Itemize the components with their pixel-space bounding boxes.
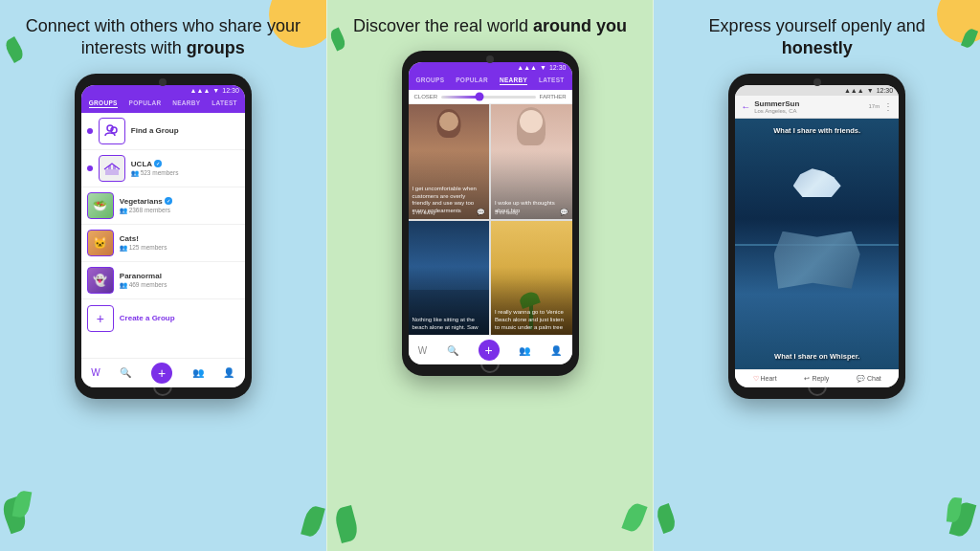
reply-label: Reply	[812, 375, 829, 382]
iceberg-top	[793, 168, 841, 197]
heart-label: Heart	[761, 375, 777, 382]
panel-groups: Connect with others who share your inter…	[0, 0, 326, 551]
card-overlay: I really wanna go to Venice Beach alone …	[491, 221, 572, 336]
nav-search-icon[interactable]: 🔍	[447, 345, 458, 356]
nav-whisper-icon[interactable]: W	[418, 345, 427, 356]
status-time: 12:30	[877, 87, 894, 94]
nearby-grid: I get uncomfortable when customers are o…	[409, 104, 572, 335]
nav-profile-icon[interactable]: 👤	[550, 345, 562, 356]
group-name-ucla: UCLA ✓	[131, 160, 239, 168]
group-members-cats: 👥 125 members	[120, 244, 239, 252]
phone-camera	[813, 78, 821, 86]
svg-rect-2	[105, 169, 119, 175]
group-icon-paranormal: 👻	[87, 267, 114, 294]
group-name-vegetarians: Vegetarians ✓	[120, 197, 239, 206]
heart-action[interactable]: ♡ Heart	[753, 375, 777, 383]
nearby-card-1[interactable]: I get uncomfortable when customers are o…	[409, 104, 490, 219]
active-dot	[87, 165, 93, 171]
status-time: 12:30	[549, 64, 567, 71]
chat-user-info: SummerSun Los Angeles, CA	[754, 99, 864, 114]
tab-nearby[interactable]: NEARBY	[172, 99, 200, 108]
nav-groups-icon[interactable]: 👥	[192, 367, 204, 378]
phone-camera	[486, 55, 494, 63]
group-icon-ucla	[99, 155, 125, 182]
nav-add-button[interactable]: +	[151, 363, 172, 384]
group-info-vegetarians: Vegetarians ✓ 👥 2368 members	[120, 197, 239, 214]
group-item-vegetarians[interactable]: 🥗 Vegetarians ✓ 👥 2368 members	[81, 187, 245, 225]
chat-label: Chat	[867, 375, 881, 382]
signal-icon: ▲▲▲	[190, 87, 211, 94]
tab-groups[interactable]: GROUPS	[89, 99, 118, 108]
group-name-cats: Cats!	[120, 234, 239, 243]
chat-content: What I share with friends. What I share …	[735, 119, 899, 369]
closer-label: CLOSER	[414, 94, 438, 99]
find-group-item[interactable]: Find a Group	[81, 113, 245, 150]
create-group-item[interactable]: + Create a Group	[81, 299, 245, 338]
group-members-ucla: 👥 523 members	[131, 169, 239, 177]
signal-icon: ▲▲▲	[844, 87, 864, 94]
chat-actions: ♡ Heart ↩ Reply 💬 Chat	[735, 369, 899, 387]
tab-groups[interactable]: GROUPS	[415, 77, 444, 85]
group-info-paranormal: Paranormal 👥 469 members	[120, 272, 239, 289]
phone-mockup-1: ▲▲▲ ▼ 12:30 GROUPS POPULAR NEARBY LATEST	[75, 74, 252, 399]
bottom-nav: W 🔍 + 👥 👤	[81, 358, 245, 387]
status-bar: ▲▲▲ ▼ 12:30	[81, 85, 245, 96]
status-bar: ▲▲▲ ▼ 12:30	[409, 62, 572, 73]
chat-username: SummerSun	[754, 99, 864, 108]
phone-mockup-3: ▲▲▲ ▼ 12:30 ← SummerSun Los Angeles, CA …	[728, 74, 905, 399]
tab-popular[interactable]: POPULAR	[129, 99, 162, 108]
verified-icon: ✓	[154, 160, 162, 167]
nav-add-button[interactable]: +	[479, 340, 500, 361]
wifi-icon: ▼	[867, 87, 874, 94]
nav-search-icon[interactable]: 🔍	[120, 367, 131, 378]
card-overlay: I woke up with thoughts about him	[491, 104, 572, 219]
nav-whisper-icon[interactable]: W	[91, 367, 100, 378]
card-distance-row: 3 mi away 💬	[495, 209, 568, 216]
group-item-cats[interactable]: 🐱 Cats! 👥 125 members	[81, 225, 245, 262]
reply-icon: ↩	[804, 375, 810, 383]
group-info-cats: Cats! 👥 125 members	[120, 234, 239, 252]
find-group-icon	[99, 118, 125, 144]
distance-slider[interactable]: CLOSER FARTHER	[409, 90, 572, 104]
leaf-decoration	[655, 503, 679, 534]
group-item-ucla[interactable]: UCLA ✓ 👥 523 members	[81, 150, 245, 187]
chat-action[interactable]: 💬 Chat	[857, 375, 881, 383]
panel3-headline: Express yourself openly and honestly	[654, 0, 980, 70]
nav-profile-icon[interactable]: 👤	[223, 367, 234, 378]
card-overlay: Nothing like sitting at the beach alone …	[409, 221, 490, 336]
comment-icon: 💬	[477, 209, 485, 216]
panel-nearby: Discover the real world around you ▲▲▲ ▼…	[326, 0, 655, 551]
back-button[interactable]: ←	[741, 101, 750, 112]
wifi-icon: ▼	[212, 87, 219, 94]
nav-groups-icon[interactable]: 👥	[519, 345, 530, 356]
nearby-card-4[interactable]: I really wanna go to Venice Beach alone …	[491, 221, 572, 336]
heart-icon: ♡	[753, 375, 759, 383]
slider-track[interactable]	[441, 96, 535, 99]
group-item-paranormal[interactable]: 👻 Paranormal 👥 469 members	[81, 262, 245, 299]
tab-popular[interactable]: POPULAR	[456, 77, 488, 85]
more-options-button[interactable]: ⋮	[883, 101, 893, 112]
phone-screen-3: ▲▲▲ ▼ 12:30 ← SummerSun Los Angeles, CA …	[735, 85, 899, 387]
tab-latest[interactable]: LATEST	[539, 77, 565, 85]
phone-screen-1: ▲▲▲ ▼ 12:30 GROUPS POPULAR NEARBY LATEST	[81, 85, 245, 387]
slider-thumb[interactable]	[475, 93, 483, 101]
panel1-headline: Connect with others who share your inter…	[0, 0, 326, 70]
active-dot	[87, 128, 93, 134]
farther-label: FARTHER	[540, 94, 567, 99]
panel2-headline: Discover the real world around you	[334, 0, 646, 47]
tab-latest[interactable]: LATEST	[212, 99, 237, 108]
bottom-nav: W 🔍 + 👥 👤	[409, 335, 572, 364]
reply-action[interactable]: ↩ Reply	[804, 375, 829, 383]
tab-nearby[interactable]: NEARBY	[500, 77, 527, 85]
create-group-label: Create a Group	[120, 314, 175, 322]
wifi-icon: ▼	[540, 64, 546, 71]
distance-label: 1 mi away	[412, 209, 436, 215]
nearby-card-3[interactable]: Nothing like sitting at the beach alone …	[409, 221, 490, 336]
distance-label: 3 mi away	[495, 209, 519, 215]
group-name-paranormal: Paranormal	[120, 272, 239, 280]
card-text: I really wanna go to Venice Beach alone …	[495, 309, 568, 331]
panel-express: Express yourself openly and honestly ▲▲▲…	[654, 0, 980, 551]
meme-text-bottom: What I share on Whisper.	[735, 352, 899, 362]
meme-text-top: What I share with friends.	[735, 126, 899, 136]
nearby-card-2[interactable]: I woke up with thoughts about him 3 mi a…	[491, 104, 572, 219]
